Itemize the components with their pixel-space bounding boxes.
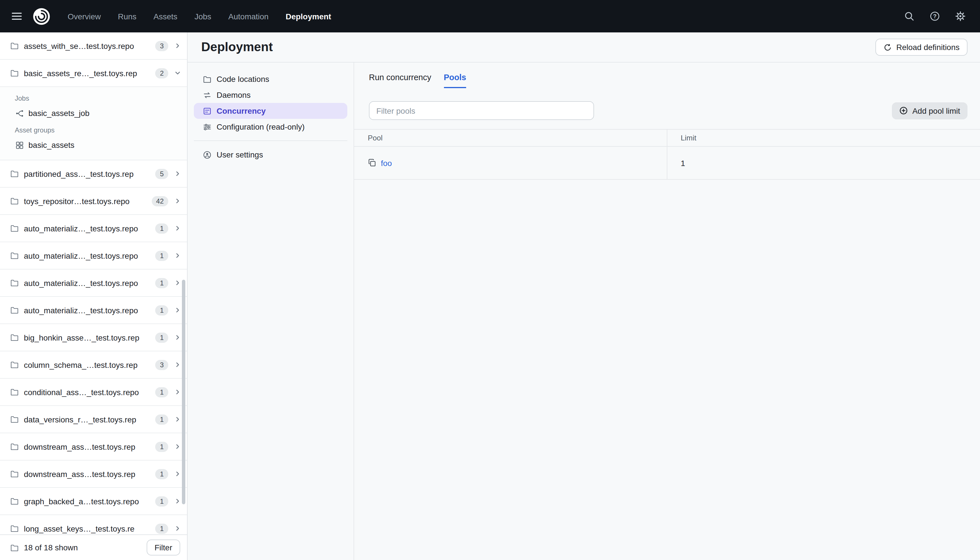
sidebar-item-basic-assets-job[interactable]: basic_assets_job — [0, 105, 187, 121]
subnav-item-concurrency[interactable]: Concurrency — [194, 103, 347, 119]
pool-icon — [368, 158, 376, 167]
chevron-right-icon[interactable] — [173, 170, 181, 177]
sidebar-repo-row[interactable]: conditional_ass…_test.toys.repo1 — [0, 378, 187, 406]
topnav-items: OverviewRunsAssetsJobsAutomationDeployme… — [68, 12, 331, 21]
folder-icon — [10, 251, 19, 260]
chevron-right-icon[interactable] — [173, 334, 181, 341]
concurrency-icon — [203, 107, 211, 115]
chevron-right-icon[interactable] — [173, 252, 181, 259]
repo-count-badge: 2 — [155, 68, 168, 78]
sidebar-repo-row[interactable]: downstream_ass…test.toys.rep1 — [0, 433, 187, 460]
subnav-item-daemons[interactable]: Daemons — [194, 87, 347, 103]
tab-run-concurrency[interactable]: Run concurrency — [369, 73, 431, 88]
repo-name: downstream_ass…test.toys.rep — [24, 442, 150, 451]
sidebar-repo-row[interactable]: auto_materializ…_test.toys.repo1 — [0, 215, 187, 242]
repo-name: partitioned_ass…_test.toys.rep — [24, 169, 150, 178]
repo-list: assets_with_se…test.toys.repo3basic_asse… — [0, 32, 187, 534]
concurrency-content: Run concurrencyPools Add pool limit Pool — [354, 63, 980, 560]
chevron-right-icon[interactable] — [173, 307, 181, 314]
gear-icon[interactable] — [954, 10, 967, 22]
reload-definitions-button[interactable]: Reload definitions — [875, 39, 967, 56]
sidebar-repo-row[interactable]: big_honkin_asse…_test.toys.rep1 — [0, 324, 187, 352]
subnav-item-label: Code locations — [216, 75, 269, 83]
tab-pools[interactable]: Pools — [444, 73, 466, 88]
pools-table: Pool Limit foo1 — [354, 129, 980, 180]
subnav-item-code-locations[interactable]: Code locations — [194, 71, 347, 87]
repo-name: conditional_ass…_test.toys.repo — [24, 387, 150, 397]
repo-count-badge: 1 — [155, 387, 168, 397]
topnav-item-deployment[interactable]: Deployment — [286, 12, 331, 21]
filter-button[interactable]: Filter — [146, 540, 180, 555]
chevron-right-icon[interactable] — [173, 42, 181, 50]
folder-icon — [10, 360, 19, 369]
job-icon — [15, 109, 24, 117]
repo-count-badge: 3 — [155, 41, 168, 51]
pool-link[interactable]: foo — [381, 158, 392, 167]
subnav-item-label: Daemons — [216, 90, 251, 100]
repo-count-badge: 1 — [155, 442, 168, 452]
folder-icon — [10, 388, 19, 396]
chevron-right-icon[interactable] — [173, 361, 181, 368]
sidebar-repo-row[interactable]: graph_backed_a…test.toys.repo1 — [0, 488, 187, 515]
chevron-right-icon[interactable] — [173, 525, 181, 532]
subnav-item-configuration-read-only[interactable]: Configuration (read-only) — [194, 119, 347, 135]
folder-icon — [10, 543, 19, 552]
topnav-item-jobs[interactable]: Jobs — [195, 12, 211, 21]
add-pool-limit-button[interactable]: Add pool limit — [892, 102, 967, 119]
help-icon[interactable]: ? — [929, 10, 941, 22]
sidebar-repo-row[interactable]: downstream_ass…test.toys.rep1 — [0, 460, 187, 488]
sidebar-repo-row[interactable]: auto_materializ…_test.toys.repo1 — [0, 242, 187, 270]
sidebar-repo-row[interactable]: column_schema_…test.toys.rep3 — [0, 352, 187, 378]
chevron-right-icon[interactable] — [173, 470, 181, 478]
repo-name: data_versions_r…_test.toys.rep — [24, 415, 150, 424]
shown-count-label: 18 of 18 shown — [24, 543, 141, 552]
sidebar-repo-row[interactable]: basic_assets_re…_test.toys.rep2 — [0, 60, 187, 87]
topnav-item-assets[interactable]: Assets — [153, 12, 177, 21]
repo-name: basic_assets_re…_test.toys.rep — [24, 68, 150, 78]
sidebar-repo-row[interactable]: long_asset_keys…_test.toys.re1 — [0, 515, 187, 534]
subnav-item-label: Configuration (read-only) — [216, 122, 304, 131]
topnav-item-automation[interactable]: Automation — [228, 12, 269, 21]
topnav-actions: ? — [903, 10, 967, 22]
folder-icon — [10, 42, 19, 50]
repo-count-badge: 1 — [155, 332, 168, 343]
topnav-item-runs[interactable]: Runs — [118, 12, 136, 21]
repo-count-badge: 3 — [155, 360, 168, 370]
repo-count-badge: 1 — [155, 250, 168, 261]
chevron-right-icon[interactable] — [173, 225, 181, 232]
filter-pools-input[interactable] — [369, 101, 594, 120]
sidebar-repo-row[interactable]: auto_materializ…_test.toys.repo1 — [0, 270, 187, 297]
dagster-logo-icon[interactable] — [31, 6, 52, 27]
user-icon — [203, 150, 211, 159]
page-title: Deployment — [201, 40, 273, 55]
chevron-right-icon[interactable] — [173, 416, 181, 423]
chevron-right-icon[interactable] — [173, 279, 181, 287]
tabs: Run concurrencyPools — [369, 73, 967, 88]
subnav-item-label: User settings — [216, 150, 263, 159]
sidebar-repo-row[interactable]: assets_with_se…test.toys.repo3 — [0, 32, 187, 60]
sidebar-repo-row[interactable]: data_versions_r…_test.toys.rep1 — [0, 406, 187, 433]
sidebar-repo-row[interactable]: auto_materializ…_test.toys.repo1 — [0, 297, 187, 324]
folder-icon — [10, 470, 19, 478]
topnav-item-overview[interactable]: Overview — [68, 12, 101, 21]
repo-count-badge: 1 — [155, 278, 168, 288]
repo-name: auto_materializ…_test.toys.repo — [24, 251, 150, 260]
deployment-subnav: Code locationsDaemonsConcurrencyConfigur… — [188, 63, 354, 560]
sidebar-repo-row[interactable]: toys_repositor…test.toys.repo42 — [0, 188, 187, 215]
search-icon[interactable] — [903, 10, 915, 22]
repo-expanded-contents: Jobsbasic_assets_jobAsset groupsbasic_as… — [0, 87, 187, 160]
menu-icon[interactable] — [9, 9, 24, 23]
sidebar-repo-row[interactable]: partitioned_ass…_test.toys.rep5 — [0, 160, 187, 188]
subnav-item-user-settings[interactable]: User settings — [194, 147, 347, 163]
pool-cell: foo — [354, 147, 667, 179]
chevron-right-icon[interactable] — [173, 497, 181, 505]
chevron-right-icon[interactable] — [173, 443, 181, 450]
chevron-right-icon[interactable] — [173, 197, 181, 205]
sidebar-scrollbar[interactable] — [182, 280, 185, 504]
repo-count-badge: 1 — [155, 469, 168, 479]
subnav-divider — [194, 140, 347, 141]
chevron-right-icon[interactable] — [173, 388, 181, 396]
sidebar-item-basic-assets[interactable]: basic_assets — [0, 137, 187, 153]
folder-icon — [10, 333, 19, 342]
chevron-down-icon[interactable] — [173, 69, 181, 77]
